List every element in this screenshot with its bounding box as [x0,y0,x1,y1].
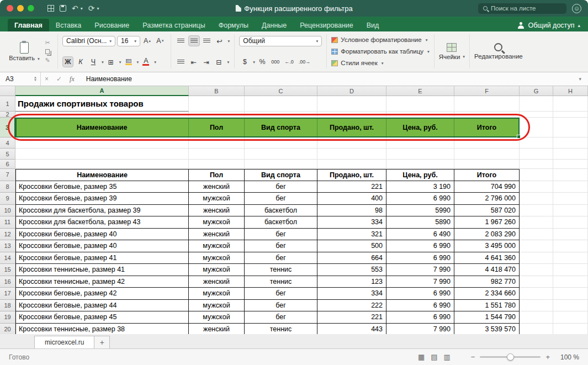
undo-icon[interactable]: ↶ [72,4,78,13]
cell-C16[interactable]: теннис [245,276,317,288]
share-button[interactable]: Общий доступ ▴ [517,22,580,29]
cell-F12[interactable]: 2 083 290 [454,229,520,241]
cell-B11[interactable]: мужской [189,216,245,229]
cell-F18[interactable]: 1 551 780 [454,300,520,312]
cell-D12[interactable]: 321 [317,229,386,241]
cell-B16[interactable]: женский [189,276,245,288]
cell-A13[interactable]: Кроссовки беговые, размер 40 [15,240,189,252]
column-header-B[interactable]: B [189,86,245,96]
ribbon-tab-Вид[interactable]: Вид [360,19,386,31]
cell-C3[interactable]: Вид спорта [245,118,317,137]
cell-A18[interactable]: Кроссовки беговые, размер 44 [15,300,189,312]
cell-D8[interactable]: 221 [317,181,386,193]
row-header-9[interactable]: 9 [0,193,15,205]
cell-E6[interactable] [386,160,454,169]
cell-G8[interactable] [520,181,553,193]
ribbon-tab-Главная[interactable]: Главная [8,19,49,31]
name-box-stepper[interactable]: ▲▼ [34,76,37,82]
cell-A6[interactable] [15,160,189,169]
cell-H7[interactable] [553,169,588,181]
ribbon-tab-Разметка страницы[interactable]: Разметка страницы [136,19,211,31]
cell-G7[interactable] [520,169,553,181]
search-input[interactable]: Поиск на листе [478,3,566,14]
cell-H6[interactable] [553,160,588,169]
cell-G13[interactable] [520,240,553,252]
cell-E1[interactable] [386,96,454,112]
row-header-8[interactable]: 8 [0,181,15,193]
row-header-5[interactable]: 5 [0,149,15,160]
font-color-chevron-icon[interactable]: ▾ [154,60,156,65]
zoom-level[interactable]: 100 % [555,353,579,361]
cell-F6[interactable] [454,160,520,169]
row-header-19[interactable]: 19 [0,311,15,324]
cell-C10[interactable]: баскетбол [245,205,317,217]
cell-G1[interactable] [520,96,553,112]
cell-H20[interactable] [553,324,588,335]
cell-B8[interactable]: женский [189,181,245,193]
merge-chevron-icon[interactable]: ▾ [227,60,230,65]
cell-E7[interactable]: Цена, руб. [386,169,454,181]
cell-C15[interactable]: теннис [245,264,317,276]
cell-E19[interactable]: 6 990 [386,311,454,324]
cell-E20[interactable]: 7 990 [386,324,454,335]
thousands-format-button[interactable]: 000 [269,56,281,67]
cell-C1[interactable] [245,96,317,112]
cell-H3[interactable] [553,118,588,137]
cell-H19[interactable] [553,311,588,324]
cut-button[interactable]: ✂ [42,39,53,47]
cell-H17[interactable] [553,288,588,300]
cell-D7[interactable]: Продано, шт. [317,169,386,181]
increase-decimal-button[interactable]: ←.0 [283,56,295,67]
row-header-4[interactable]: 4 [0,137,15,149]
row-header-11[interactable]: 11 [0,216,15,229]
percent-format-button[interactable]: % [257,56,268,67]
name-box[interactable]: A3 ▲▼ [0,72,41,86]
cell-A5[interactable] [15,149,189,160]
editing-group[interactable]: Редактирование [470,34,527,68]
zoom-out-button[interactable]: − [471,353,475,361]
cell-H5[interactable] [553,149,588,160]
font-size-select[interactable]: 16 ▾ [117,36,140,46]
currency-format-button[interactable]: $ [239,56,250,67]
conditional-formatting-button[interactable]: Условное форматирование ▾ [331,36,427,43]
cell-G18[interactable] [520,300,553,312]
cell-E8[interactable]: 3 190 [386,181,454,193]
save-icon[interactable] [60,5,66,12]
cell-B17[interactable]: мужской [189,288,245,300]
column-header-G[interactable]: G [520,86,553,96]
fullscreen-button[interactable] [28,5,34,12]
cell-E4[interactable] [386,137,454,149]
decrease-font-button[interactable]: A▼ [155,35,166,46]
cell-C18[interactable]: бег [245,300,317,312]
cell-D5[interactable] [317,149,386,160]
column-header-D[interactable]: D [317,86,386,96]
ribbon-tab-Вставка[interactable]: Вставка [49,19,88,31]
cell-E12[interactable]: 6 490 [386,229,454,241]
cell-E18[interactable]: 6 990 [386,300,454,312]
cell-A9[interactable]: Кроссовки беговые, размер 39 [15,193,189,205]
cell-E13[interactable]: 6 990 [386,240,454,252]
bold-button[interactable]: Ж [62,56,73,67]
align-left-button[interactable] [176,35,187,46]
cells-group[interactable]: Ячейки ▾ [435,34,470,68]
increase-indent-button[interactable]: ⇥ [201,56,212,67]
row-header-16[interactable]: 16 [0,276,15,288]
copy-button[interactable] [42,47,53,56]
insert-function-icon[interactable]: fx [70,75,75,83]
decrease-decimal-button[interactable]: .00→ [297,56,312,67]
cell-G10[interactable] [520,205,553,217]
cell-E15[interactable]: 7 990 [386,264,454,276]
cell-G19[interactable] [520,311,553,324]
cell-E3[interactable]: Цена, руб. [386,118,454,137]
cell-F9[interactable]: 2 796 000 [454,193,520,205]
cell-A14[interactable]: Кроссовки беговые, размер 41 [15,252,189,265]
paste-button[interactable]: Вставить ▾ [9,42,40,61]
column-header-H[interactable]: H [553,86,588,96]
cell-G15[interactable] [520,264,553,276]
row-header-3[interactable]: 3 [0,118,15,137]
cell-A20[interactable]: Кроссовки теннисные, размер 38 [15,324,189,335]
cell-H2[interactable] [553,112,588,118]
cell-H10[interactable] [553,205,588,217]
cell-B4[interactable] [189,137,245,149]
cell-B13[interactable]: мужской [189,240,245,252]
